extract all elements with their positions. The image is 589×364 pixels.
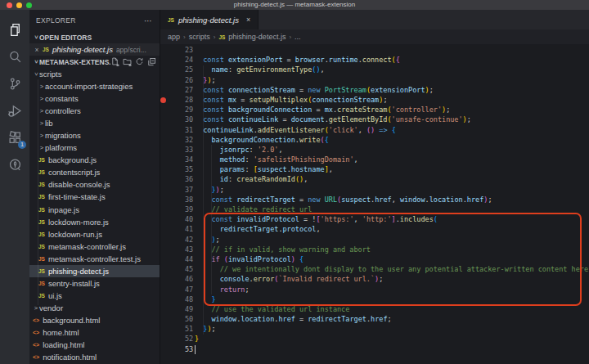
tree-item-scripts[interactable]: >scripts [29, 68, 160, 80]
search-icon[interactable] [2, 43, 28, 70]
explorer-icon[interactable] [2, 16, 28, 43]
line-number[interactable]: 47 [185, 285, 188, 294]
refresh-icon[interactable] [135, 57, 144, 66]
new-folder-icon[interactable] [123, 57, 132, 66]
line-number[interactable]: 46 [185, 274, 188, 284]
code-line[interactable]: const connectionStream = new PortStream(… [195, 85, 589, 95]
workspace-root-header[interactable]: > METAMASK-EXTENS... [29, 56, 160, 68]
close-tab-icon[interactable]: × [246, 16, 250, 24]
code-line[interactable]: redirectTarget.protocol, [195, 224, 589, 234]
code-line[interactable]: // we intentionally dont display to the … [195, 264, 589, 274]
tree-item-constants[interactable]: >constants [29, 92, 160, 105]
tree-item-home.html[interactable]: <>home.html [29, 326, 160, 339]
source-control-icon[interactable] [2, 70, 28, 97]
line-number[interactable]: 49 [185, 304, 188, 314]
line-number[interactable]: 44 [185, 254, 188, 264]
code-line[interactable]: // if in valid, show warning and abort [195, 245, 589, 254]
breadcrumb-symbol[interactable]: ... [294, 33, 301, 41]
line-number[interactable]: 43 [185, 245, 188, 254]
tree-item-inpage.js[interactable]: JSinpage.js [29, 204, 160, 216]
tree-item-background.js[interactable]: JSbackground.js [29, 154, 160, 166]
tree-item-contentscript.js[interactable]: JScontentscript.js [29, 166, 160, 178]
tree-item-sentry-install.js[interactable]: JSsentry-install.js [29, 277, 160, 290]
tree-item-lockdown-run.js[interactable]: JSlockdown-run.js [29, 228, 160, 240]
more-actions-icon[interactable]: ⋯ [144, 16, 153, 25]
tree-item-notification.html[interactable]: <>notification.html [29, 351, 160, 363]
line-number[interactable]: 48 [185, 294, 188, 304]
line-number[interactable]: 34 [185, 155, 188, 164]
breadcrumb-app[interactable]: app [168, 33, 180, 41]
line-number[interactable]: 37 [185, 185, 188, 195]
run-debug-icon[interactable] [2, 97, 28, 124]
extension-circle-icon[interactable] [2, 151, 28, 178]
line-number[interactable]: 29 [185, 105, 188, 115]
editor-gutter[interactable]: 2324252627282930313233343536373839404142… [160, 45, 188, 354]
line-number[interactable]: 36 [185, 174, 188, 184]
tree-item-migrations[interactable]: >migrations [29, 129, 160, 142]
line-number[interactable]: 38 [185, 195, 188, 204]
code-line[interactable]: name: getEnvironmentType(), [195, 65, 589, 74]
tree-item-background.html[interactable]: <>background.html [29, 314, 160, 326]
breadcrumb-file[interactable]: phishing-detect.js [228, 33, 286, 41]
line-number[interactable]: 26 [185, 75, 188, 85]
line-number[interactable]: 27 [185, 85, 188, 95]
line-number[interactable]: 53 [185, 344, 188, 354]
line-number[interactable]: 41 [185, 224, 188, 234]
line-number[interactable]: 25 [185, 65, 188, 74]
code-line[interactable]: method: 'safelistPhishingDomain', [195, 155, 589, 164]
code-line[interactable]: }); [195, 75, 589, 85]
open-editor-item[interactable]: × JS phishing-detect.js app/scri... [29, 43, 160, 56]
code-line[interactable]: const redirectTarget = new URL(suspect.h… [195, 195, 589, 204]
open-editors-header[interactable]: > OPEN EDITORS [29, 31, 160, 43]
tree-item-loading.html[interactable]: <>loading.html [29, 339, 160, 351]
code-line[interactable]: if (invalidProtocol) { [195, 254, 589, 264]
code-line[interactable]: continueLink.addEventListener('click', (… [195, 125, 589, 135]
new-file-icon[interactable] [110, 57, 119, 66]
tree-item-ui.js[interactable]: JSui.js [29, 290, 160, 302]
code-line[interactable]: const mx = setupMultiplex(connectionStre… [195, 95, 589, 105]
line-number[interactable]: 50 [185, 314, 188, 324]
code-line[interactable]: const invalidProtocol = !['https:', 'htt… [195, 214, 589, 224]
code-line[interactable]: const extensionPort = browser.runtime.co… [195, 55, 589, 65]
code-line[interactable] [195, 45, 589, 55]
tree-item-account-import-strategies[interactable]: >account-import-strategies [29, 80, 160, 92]
code-line[interactable]: backgroundConnection.write({ [195, 135, 589, 145]
tree-item-platforms[interactable]: >platforms [29, 142, 160, 154]
code-line[interactable]: } [195, 294, 589, 304]
code-line[interactable]: console.error(`Invalid redirect url.`); [195, 274, 589, 284]
code-line[interactable]: } [195, 334, 589, 344]
code-line[interactable] [195, 344, 589, 354]
code-line[interactable]: window.location.href = redirectTarget.hr… [195, 314, 589, 324]
tab-phishing-detect[interactable]: JS phishing-detect.js × [160, 10, 259, 29]
line-number[interactable]: 40 [185, 214, 188, 224]
extensions-icon[interactable]: 1 [2, 124, 28, 151]
tree-item-first-time-state.js[interactable]: JSfirst-time-state.js [29, 191, 160, 203]
tree-item-metamask-controller.test.js[interactable]: JSmetamask-controller.test.js [29, 253, 160, 265]
tree-item-lib[interactable]: >lib [29, 117, 160, 129]
line-number[interactable]: 30 [185, 115, 188, 124]
line-number[interactable]: 45 [185, 264, 188, 274]
line-number[interactable]: 32 [185, 135, 188, 145]
code-line[interactable]: params: [suspect.hostname], [195, 164, 589, 174]
breakpoint-icon[interactable] [160, 97, 166, 103]
tree-item-phishing-detect.js[interactable]: JSphishing-detect.js [29, 265, 160, 277]
code-line[interactable]: }); [195, 185, 589, 195]
line-number[interactable]: 24 [185, 55, 188, 65]
code-line[interactable]: return; [195, 285, 589, 294]
close-editor-icon[interactable]: × [33, 46, 41, 54]
tree-item-metamask-controller.js[interactable]: JSmetamask-controller.js [29, 240, 160, 253]
line-number[interactable]: 52 [185, 334, 188, 344]
code-line[interactable]: const continueLink = document.getElement… [195, 115, 589, 124]
tree-item-vendor[interactable]: >vendor [29, 302, 160, 314]
line-number[interactable]: 35 [185, 164, 188, 174]
line-number[interactable]: 23 [185, 45, 188, 55]
code-line[interactable]: const backgroundConnection = mx.createSt… [195, 105, 589, 115]
code-line[interactable]: ); [195, 235, 589, 245]
breadcrumb-scripts[interactable]: scripts [189, 33, 210, 41]
line-number[interactable]: 42 [185, 235, 188, 245]
tree-item-controllers[interactable]: >controllers [29, 105, 160, 117]
tree-item-lockdown-more.js[interactable]: JSlockdown-more.js [29, 216, 160, 228]
code-content[interactable]: const extensionPort = browser.runtime.co… [195, 45, 589, 354]
line-number[interactable]: 39 [185, 204, 188, 214]
code-line[interactable]: jsonrpc: '2.0', [195, 145, 589, 155]
